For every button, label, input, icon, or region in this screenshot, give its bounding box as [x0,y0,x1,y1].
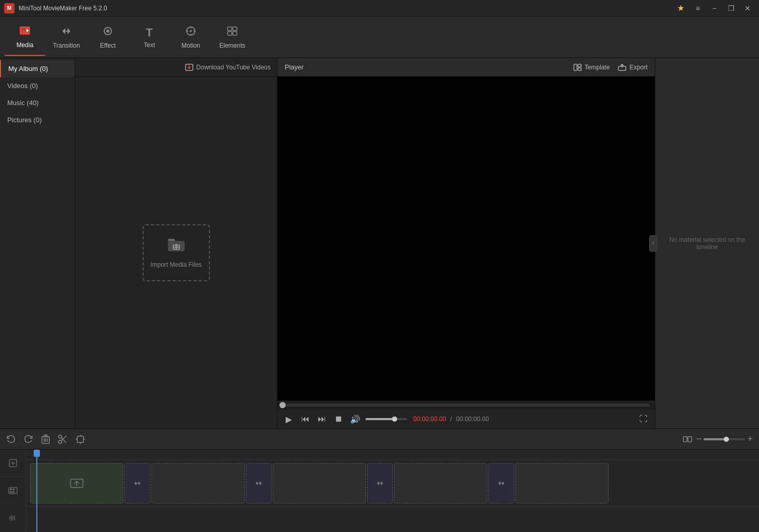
video-segment-2[interactable] [273,463,366,504]
audio-track-icon [0,505,25,532]
video-segment-4[interactable] [515,463,609,504]
crop-button[interactable] [76,435,85,444]
close-button[interactable]: ✕ [740,3,755,14]
transition-segment-2[interactable] [367,463,393,504]
timeline-left-bar [0,450,26,532]
sidebar-item-pictures[interactable]: Pictures (0) [0,111,75,128]
export-label: Export [629,64,648,71]
minimize-button[interactable]: − [707,3,722,14]
menu-button[interactable]: ≡ [691,3,705,14]
zoom-fill [704,438,726,440]
import-label: Import Media Files [150,261,202,268]
toolbar-transition[interactable]: Transition [46,19,87,56]
redo-button[interactable] [24,435,33,443]
scissors-button[interactable] [58,435,67,444]
transition-segment-3[interactable] [488,463,514,504]
video-segment-1[interactable] [151,463,245,504]
effect-icon [102,25,114,40]
svg-rect-19 [578,68,581,70]
svg-rect-35 [683,437,687,442]
media-content: Download YouTube Videos Import Medi [75,58,277,428]
timeline-body [0,450,759,532]
video-segment-3[interactable] [394,463,487,504]
video-track [26,460,759,507]
timeline: − + [0,428,759,532]
time-total: 00:00:00.00 [456,415,489,423]
toolbar-effect[interactable]: Effect [87,19,129,56]
toolbar-motion[interactable]: Motion [170,19,212,56]
collapse-button[interactable]: › [649,235,657,252]
player-panel: Player Template Export [277,58,655,428]
transition-icon [60,25,73,40]
fullscreen-button[interactable]: ⛶ [637,414,650,424]
toolbar-elements-label: Elements [219,42,245,49]
player-header: Player Template Export [277,58,655,77]
main-area: My Album (0) Videos (0) Music (40) Pictu… [0,58,759,428]
media-icon [19,25,31,39]
restore-button[interactable]: ❐ [724,3,738,14]
sidebar-item-my-album[interactable]: My Album (0) [0,60,75,77]
volume-button[interactable]: 🔊 [349,414,361,424]
video-segment-0[interactable] [30,463,123,504]
timeline-toolbar: − + [0,429,759,450]
import-media-box[interactable]: Import Media Files [143,224,210,281]
volume-slider[interactable] [366,418,407,420]
titlebar-controls: ★ ≡ − ❐ ✕ [677,3,755,14]
svg-rect-1 [21,28,25,31]
transition-segment-0[interactable] [124,463,150,504]
svg-rect-8 [233,27,237,31]
left-panel: My Album (0) Videos (0) Music (40) Pictu… [0,58,277,428]
svg-rect-9 [228,32,232,35]
audio-track [26,507,759,532]
media-toolbar: Download YouTube Videos [75,58,277,77]
text-icon: T [146,26,152,39]
download-youtube-label: Download YouTube Videos [196,64,271,71]
svg-point-4 [106,30,109,33]
play-button[interactable]: ▶ [283,414,295,424]
video-track-icon [0,477,25,505]
timeline-tracks [26,450,759,532]
toolbar-text[interactable]: T Text [129,19,170,56]
toolbar-elements[interactable]: Elements [212,19,253,56]
split-timeline-button[interactable] [683,435,692,444]
toolbar-transition-label: Transition [53,42,80,49]
player-title: Player [285,63,304,71]
zoom-out-button[interactable]: − [696,434,702,444]
export-button[interactable]: Export [618,64,648,71]
timeline-ruler [26,450,759,460]
playhead[interactable] [36,450,37,532]
titlebar: M MiniTool MovieMaker Free 5.2.0 ★ ≡ − ❐… [0,0,759,17]
zoom-thumb [724,437,729,442]
svg-rect-44 [12,491,15,493]
star-icon[interactable]: ★ [677,3,684,13]
svg-rect-30 [77,436,83,442]
player-header-right: Template Export [573,64,648,71]
toolbar-media[interactable]: Media [4,19,46,56]
player-progress-bar[interactable] [283,404,650,407]
video-preview [277,77,655,400]
zoom-in-button[interactable]: + [747,434,753,444]
svg-rect-40 [9,487,17,494]
sidebar-item-videos[interactable]: Videos (0) [0,77,75,94]
transition-segment-1[interactable] [246,463,272,504]
svg-rect-10 [233,32,237,35]
stop-button[interactable]: ⏹ [332,414,345,424]
toolbar-motion-label: Motion [181,42,200,49]
prev-frame-button[interactable]: ⏮ [299,414,312,424]
toolbar-media-label: Media [17,41,34,49]
sidebar-item-music[interactable]: Music (40) [0,94,75,111]
app-title: MiniTool MovieMaker Free 5.2.0 [19,5,107,12]
template-button[interactable]: Template [573,64,610,71]
undo-button[interactable] [6,435,16,443]
zoom-slider[interactable] [704,438,745,440]
delete-button[interactable] [41,435,50,444]
volume-thumb [392,416,397,422]
titlebar-left: M MiniTool MovieMaker Free 5.2.0 [4,3,107,13]
svg-rect-43 [10,491,12,493]
add-track-icon[interactable] [0,450,25,477]
next-frame-button[interactable]: ⏭ [316,414,328,424]
folder-icon [167,237,186,256]
no-material-text: No material selected on the timeline [655,228,759,259]
download-youtube-button[interactable]: Download YouTube Videos [185,64,271,71]
template-label: Template [585,64,610,71]
